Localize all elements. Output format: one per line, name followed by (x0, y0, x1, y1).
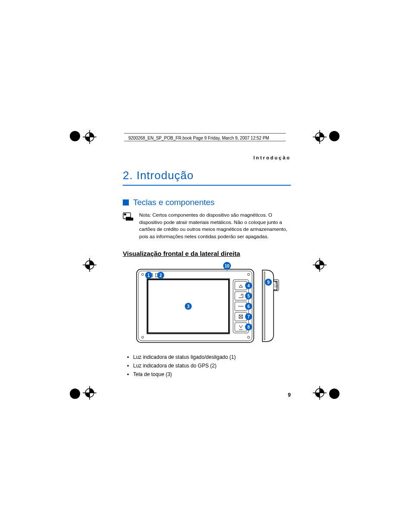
svg-text:3: 3 (187, 304, 190, 308)
list-item: Tela de toque (3) (123, 371, 291, 377)
svg-text:5: 5 (247, 293, 250, 298)
svg-rect-38 (235, 281, 247, 290)
svg-point-7 (329, 131, 339, 141)
svg-rect-39 (235, 292, 247, 300)
svg-rect-47 (264, 272, 265, 340)
svg-point-33 (142, 336, 144, 338)
svg-rect-27 (137, 269, 254, 342)
svg-point-34 (248, 336, 250, 338)
svg-text:1: 1 (147, 273, 150, 277)
note-text: Nota: Certos componentes do dispositivo … (139, 212, 291, 240)
list-item: Luz indicadora de status do GPS (2) (123, 363, 291, 369)
svg-point-31 (142, 273, 144, 275)
note-icon (123, 212, 134, 223)
subheading: Visualização frontal e da lateral direit… (123, 250, 291, 257)
svg-text:6: 6 (247, 304, 250, 308)
svg-rect-26 (124, 214, 126, 215)
print-header: 9200268_EN_SP_POB_FR.book Page 9 Friday,… (128, 136, 269, 140)
svg-text:7: 7 (247, 314, 250, 319)
svg-point-21 (329, 389, 339, 399)
svg-point-14 (70, 389, 80, 399)
chapter-title: 2. Introdução (123, 169, 291, 186)
svg-rect-23 (124, 141, 286, 141)
svg-text:9: 9 (267, 280, 270, 284)
svg-text:8: 8 (247, 324, 250, 329)
bullet-list: Luz indicadora de status ligado/desligad… (123, 354, 291, 377)
page-number: 9 (123, 392, 291, 398)
svg-rect-42 (235, 323, 247, 331)
svg-text:2: 2 (159, 273, 162, 277)
svg-marker-25 (126, 217, 133, 221)
section-title-text: Teclas e componentes (133, 198, 215, 207)
svg-text:4: 4 (247, 283, 250, 288)
svg-point-0 (70, 131, 80, 141)
device-diagram: 1 2 3 4 5 6 7 8 9 10 (132, 261, 291, 347)
running-head: Introdução (123, 155, 291, 160)
svg-point-32 (248, 273, 250, 275)
svg-text:10: 10 (224, 263, 230, 268)
list-item: Luz indicadora de status ligado/desligad… (123, 354, 291, 360)
svg-rect-22 (124, 133, 286, 134)
section-title: Teclas e componentes (123, 198, 291, 207)
square-bullet-icon (123, 199, 129, 205)
